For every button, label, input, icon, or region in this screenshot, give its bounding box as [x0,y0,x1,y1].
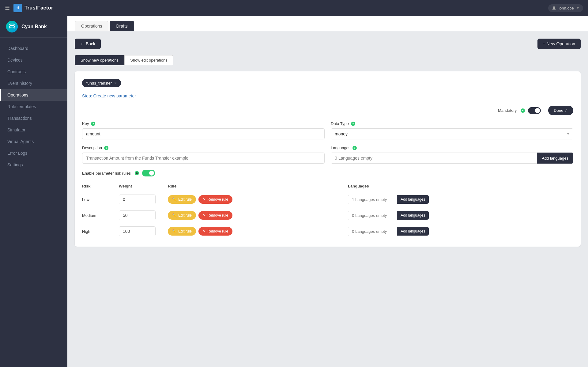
languages-field-group: Languages ● Add languages [331,146,573,164]
key-label: Key ● [82,121,325,126]
col-weight: Weight [119,181,168,191]
lang-cell-2: Add languages [348,223,573,239]
edit-rule-button-high[interactable]: ✏️ Edit rule [168,227,196,236]
svg-point-0 [553,6,555,8]
done-button[interactable]: Done ✓ [548,106,573,115]
tag-close-icon[interactable]: × [114,81,117,85]
lang-cell-0: Add languages [348,191,573,207]
data-type-field-group: Data Type ● money string number boolean … [331,121,573,139]
new-operation-button[interactable]: + New Operation [537,39,581,49]
content-area: Operations Drafts ← Back + New Operation… [67,16,588,367]
weight-input-low[interactable] [119,195,156,204]
sidebar-item-settings[interactable]: Settings [0,159,67,171]
hamburger-icon[interactable]: ☰ [5,5,10,11]
sidebar-item-simulator[interactable]: Simulator [0,124,67,136]
user-menu[interactable]: john.doe ▼ [548,4,583,12]
risk-level-medium: Medium [82,207,119,223]
sidebar-item-event-history[interactable]: Event history [0,78,67,89]
filter-show-edit[interactable]: Show edit operations [124,55,173,65]
languages-label: Languages ● [331,146,573,150]
mandatory-toggle[interactable] [528,107,541,114]
table-row: Low ✏️ Edit rule ✕ Remove rule Add langu… [82,191,573,207]
add-lang-button-low[interactable]: Add languages [397,195,429,204]
risk-table: Risk Weight Rule Languages Low ✏️ Edit r… [82,181,573,239]
rule-cell-0: ✏️ Edit rule ✕ Remove rule [168,191,348,207]
mandatory-row: Mandatory ● [498,107,541,114]
data-type-select[interactable]: money string number boolean date [331,128,573,139]
sidebar-item-transactions[interactable]: Transactions [0,112,67,124]
logo-icon: tf [13,4,22,12]
description-label: Description ● [82,146,325,150]
remove-rule-button-medium[interactable]: ✕ Remove rule [198,211,232,220]
tabs-bar: Operations Drafts [67,16,588,31]
topbar: ☰ tf TrustFactor john.doe ▼ [0,0,588,16]
sidebar-item-operations[interactable]: Operations [0,89,67,101]
edit-icon: ✏️ [172,197,177,202]
lang-input-medium[interactable] [348,211,397,220]
add-lang-button-medium[interactable]: Add languages [397,211,429,220]
col-rule: Rule [168,181,348,191]
sidebar-item-rule-templates[interactable]: Rule templates [0,101,67,112]
lang-input-low[interactable] [348,195,397,204]
edit-icon: ✏️ [172,229,177,233]
weight-cell-0 [119,191,168,207]
remove-rule-button-low[interactable]: ✕ Remove rule [198,195,232,204]
sidebar-item-label: Virtual Agents [7,139,34,144]
risk-toggle[interactable] [142,170,155,176]
weight-input-high[interactable] [119,226,156,236]
remove-rule-button-high[interactable]: ✕ Remove rule [198,227,232,236]
sidebar-item-label: Contracts [7,69,26,74]
edit-rule-button-low[interactable]: ✏️ Edit rule [168,195,196,204]
username-label: john.doe [559,6,574,10]
key-info-icon: ● [91,122,95,126]
back-button[interactable]: ← Back [75,39,101,49]
action-bar: ← Back + New Operation [75,39,581,49]
sidebar-item-contracts[interactable]: Contracts [0,66,67,78]
sidebar-item-virtual-agents[interactable]: Virtual Agents [0,136,67,147]
edit-rule-button-medium[interactable]: ✏️ Edit rule [168,211,196,220]
tab-drafts[interactable]: Drafts [110,21,134,31]
rule-cell-1: ✏️ Edit rule ✕ Remove rule [168,207,348,223]
sidebar-item-error-logs[interactable]: Error Logs [0,147,67,159]
data-type-label: Data Type ● [331,121,573,126]
weight-cell-1 [119,207,168,223]
risk-info-icon: ● [135,171,139,175]
sidebar-item-label: Event history [7,81,32,86]
form-top-controls: Mandatory ● Done ✓ [82,106,573,115]
data-type-info-icon: ● [351,122,355,126]
tag-label: funds_transfer [86,81,112,85]
sidebar-item-dashboard[interactable]: Dashboard [0,43,67,54]
risk-section-header: Enable parameter risk rules ● [82,170,573,176]
add-languages-button[interactable]: Add languages [537,153,573,164]
weight-input-medium[interactable] [119,210,156,220]
filter-bar: Show new operations Show edit operations [75,55,581,65]
sidebar-item-label: Devices [7,58,23,62]
key-field-group: Key ● [82,121,325,139]
lang-input-high[interactable] [348,227,397,236]
risk-level-low: Low [82,191,119,207]
tab-operations[interactable]: Operations [75,21,108,31]
lang-cell-1: Add languages [348,207,573,223]
languages-input[interactable] [331,153,537,164]
close-icon: ✕ [203,197,206,202]
add-lang-button-high[interactable]: Add languages [397,227,429,236]
operation-tag: funds_transfer × [82,79,121,87]
tag-bar: funds_transfer × [82,79,573,87]
filter-show-new[interactable]: Show new operations [75,55,124,65]
app-logo: tf TrustFactor [13,4,53,12]
key-input[interactable] [82,128,325,139]
form-grid: Key ● Data Type ● money [82,121,573,164]
description-info-icon: ● [104,146,108,150]
mandatory-label: Mandatory [498,108,517,113]
step-title[interactable]: Step: Create new parameter [82,93,573,98]
sidebar-item-label: Rule templates [7,104,36,109]
sidebar-item-label: Transactions [7,116,32,121]
languages-group: Add languages [331,153,573,164]
weight-cell-2 [119,223,168,239]
close-icon: ✕ [203,213,206,218]
col-risk: Risk [82,181,119,191]
sidebar-item-devices[interactable]: Devices [0,54,67,66]
form-card: funds_transfer × Step: Create new parame… [75,71,581,247]
description-input[interactable] [82,153,325,164]
sidebar-item-label: Settings [7,162,23,167]
